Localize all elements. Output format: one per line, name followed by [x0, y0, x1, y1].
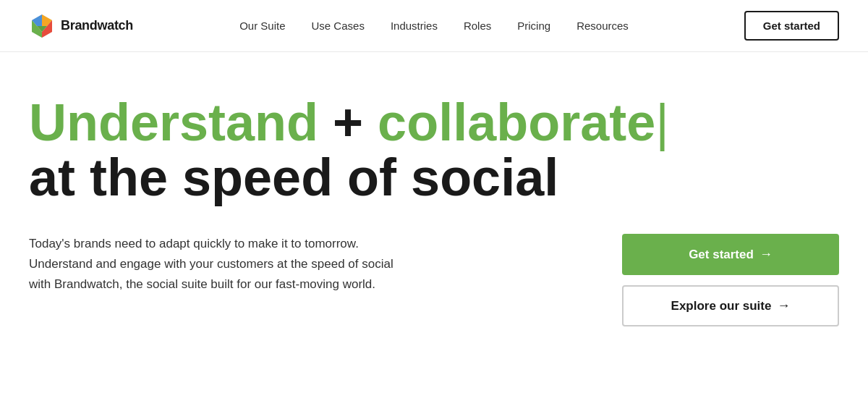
hero-section: Understand + collaborate| at the speed o… [0, 52, 868, 355]
nav-item-pricing[interactable]: Pricing [517, 20, 550, 33]
hero-explore-suite-button[interactable]: Explore our suite → [622, 285, 839, 326]
hero-get-started-arrow: → [760, 247, 773, 262]
hero-headline: Understand + collaborate| at the speed o… [29, 96, 839, 205]
nav-link-roles[interactable]: Roles [464, 20, 491, 32]
nav-link-resources[interactable]: Resources [576, 20, 629, 32]
nav-link-our-suite[interactable]: Our Suite [239, 20, 285, 32]
nav-item-use-cases[interactable]: Use Cases [312, 20, 365, 33]
hero-get-started-button[interactable]: Get started → [622, 234, 839, 275]
brand-logo-group: Brandwatch [29, 13, 133, 39]
nav-link-pricing[interactable]: Pricing [517, 20, 550, 32]
nav-item-industries[interactable]: Industries [391, 20, 438, 33]
hero-description: Today's brands need to adapt quickly to … [29, 234, 405, 295]
brandwatch-logo-icon [29, 13, 55, 39]
nav-link-use-cases[interactable]: Use Cases [312, 20, 365, 32]
headline-collaborate: collaborate [378, 93, 655, 151]
nav-get-started-button[interactable]: Get started [744, 11, 839, 41]
headline-connector: + [318, 93, 378, 151]
headline-line2: at the speed of social [29, 148, 558, 206]
nav-item-roles[interactable]: Roles [464, 20, 491, 33]
headline-cursor: | [655, 93, 669, 151]
nav-links: Our Suite Use Cases Industries Roles Pri… [239, 20, 629, 33]
nav-item-our-suite[interactable]: Our Suite [239, 20, 285, 33]
hero-explore-suite-arrow: → [777, 298, 790, 313]
hero-explore-suite-label: Explore our suite [671, 299, 772, 313]
headline-understand: Understand [29, 93, 318, 151]
brand-name: Brandwatch [61, 18, 133, 33]
hero-get-started-label: Get started [689, 248, 754, 262]
nav-item-resources[interactable]: Resources [576, 20, 629, 33]
hero-cta-group: Get started → Explore our suite → [622, 234, 839, 326]
navbar: Brandwatch Our Suite Use Cases Industrie… [0, 0, 868, 52]
hero-bottom: Today's brands need to adapt quickly to … [29, 234, 839, 326]
nav-link-industries[interactable]: Industries [391, 20, 438, 32]
